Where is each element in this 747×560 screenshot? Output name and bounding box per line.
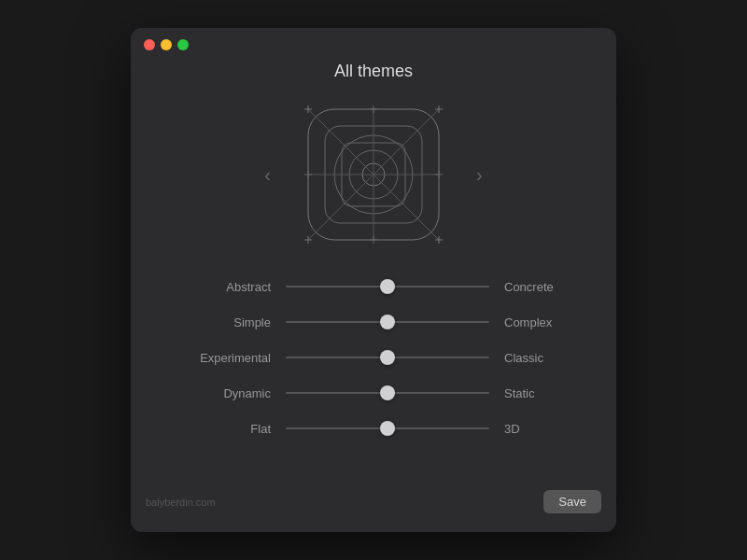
slider-row-experimental-classic: Experimental Classic xyxy=(168,348,579,367)
footer-credit: balyberdin.com xyxy=(146,497,216,508)
slider-track-3 xyxy=(286,357,489,358)
slider-thumb-5[interactable] xyxy=(380,421,395,436)
slider-track-1 xyxy=(286,286,489,287)
sliders-section: Abstract Concrete Simple Complex xyxy=(168,277,579,438)
slider-label-static: Static xyxy=(504,386,579,400)
slider-label-complex: Complex xyxy=(504,315,579,329)
title-bar xyxy=(131,28,616,62)
slider-label-3d: 3D xyxy=(504,422,579,436)
footer: balyberdin.com Save xyxy=(131,475,616,526)
slider-row-dynamic-static: Dynamic Static xyxy=(168,384,579,402)
slider-thumb-2[interactable] xyxy=(380,315,395,329)
slider-row-abstract-concrete: Abstract Concrete xyxy=(168,277,579,296)
slider-track-5 xyxy=(286,427,489,429)
theme-preview-icon xyxy=(299,100,448,249)
slider-label-abstract: Abstract xyxy=(168,280,271,294)
slider-thumb-4[interactable] xyxy=(380,385,395,400)
slider-track-container-2[interactable] xyxy=(286,313,489,331)
slider-label-concrete: Concrete xyxy=(504,280,579,294)
slider-track-container-5[interactable] xyxy=(286,419,489,438)
slider-label-classic: Classic xyxy=(504,351,579,365)
slider-row-flat-3d: Flat 3D xyxy=(168,419,579,438)
slider-label-simple: Simple xyxy=(168,315,271,329)
slider-label-experimental: Experimental xyxy=(168,351,271,365)
window-content: All themes ‹ xyxy=(131,62,616,466)
slider-thumb-3[interactable] xyxy=(380,350,395,365)
page-title: All themes xyxy=(168,62,579,81)
slider-thumb-1[interactable] xyxy=(380,279,395,294)
slider-track-container-1[interactable] xyxy=(286,277,489,296)
maximize-button[interactable] xyxy=(177,39,189,50)
slider-row-simple-complex: Simple Complex xyxy=(168,313,579,331)
preview-area: ‹ xyxy=(168,100,579,249)
slider-label-flat: Flat xyxy=(168,422,271,436)
app-window: All themes ‹ xyxy=(131,28,616,532)
slider-label-dynamic: Dynamic xyxy=(168,386,271,400)
save-button[interactable]: Save xyxy=(543,490,601,513)
slider-track-container-3[interactable] xyxy=(286,348,489,367)
prev-arrow[interactable]: ‹ xyxy=(255,155,280,195)
slider-track-2 xyxy=(286,321,489,323)
next-arrow[interactable]: › xyxy=(467,155,492,195)
slider-track-4 xyxy=(286,392,489,394)
close-button[interactable] xyxy=(144,39,155,50)
slider-track-container-4[interactable] xyxy=(286,384,489,402)
minimize-button[interactable] xyxy=(161,39,172,50)
